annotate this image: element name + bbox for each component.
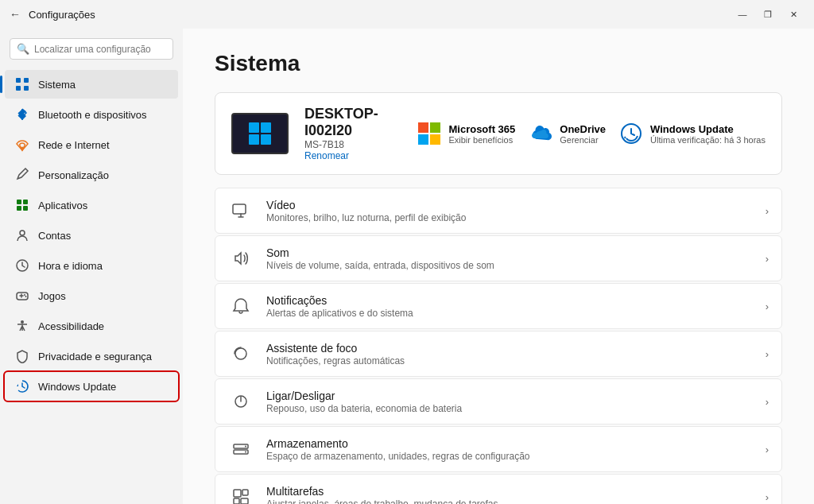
- svg-rect-5: [17, 200, 21, 204]
- maximize-button[interactable]: ❐: [757, 6, 779, 22]
- sidebar-label-windowsupdate: Windows Update: [38, 381, 116, 393]
- svg-rect-18: [430, 134, 440, 145]
- svg-point-9: [20, 231, 25, 235]
- win11-logo: [249, 122, 271, 145]
- svg-rect-3: [24, 86, 29, 91]
- armazenamento-chevron: ›: [766, 444, 769, 456]
- svg-rect-6: [23, 200, 28, 204]
- svg-rect-26: [234, 490, 241, 497]
- sidebar: 🔍 Sistema: [0, 29, 183, 504]
- close-button[interactable]: ✕: [782, 6, 804, 22]
- assistente-chevron: ›: [766, 348, 769, 360]
- settings-item-ligar[interactable]: Ligar/Desligar Repouso, uso da bateria, …: [215, 378, 782, 425]
- settings-list: Vídeo Monitores, brilho, luz noturna, pe…: [215, 188, 782, 504]
- microsoft365-text: Microsoft 365 Exibir benefícios: [448, 123, 515, 145]
- bluetooth-icon: [14, 107, 30, 122]
- svg-point-24: [245, 446, 246, 448]
- assistente-title: Assistente de foco: [266, 342, 753, 355]
- acessibilidade-icon: [14, 318, 30, 334]
- svg-rect-2: [16, 86, 21, 91]
- back-button[interactable]: ←: [10, 8, 21, 21]
- ligar-icon: [228, 389, 254, 414]
- rede-icon: [14, 137, 30, 153]
- rename-link[interactable]: Renomear: [304, 150, 401, 161]
- search-input[interactable]: [34, 44, 166, 55]
- sidebar-label-hora: Hora e idioma: [38, 260, 103, 272]
- search-icon: 🔍: [17, 43, 29, 55]
- notificacoes-chevron: ›: [766, 300, 769, 312]
- settings-item-notificacoes[interactable]: Notificações Alertas de aplicativos e do…: [215, 283, 782, 329]
- onedrive-text: OneDrive Gerenciar: [560, 123, 606, 145]
- device-info: DESKTOP-I002I20 MS-7B18 Renomear: [304, 106, 401, 161]
- svg-rect-1: [24, 78, 29, 83]
- svg-rect-29: [241, 498, 248, 504]
- quicklink-windowsupdate[interactable]: Windows Update Última verificação: há 3 …: [618, 121, 766, 146]
- sidebar-item-privacidade[interactable]: Privacidade e segurança: [5, 342, 178, 370]
- sidebar-item-windowsupdate[interactable]: Windows Update: [5, 372, 178, 401]
- sidebar-item-personalizacao[interactable]: Personalização: [5, 161, 178, 189]
- search-box[interactable]: 🔍: [10, 38, 173, 60]
- assistente-text: Assistente de foco Notificações, regras …: [266, 342, 753, 366]
- ligar-text: Ligar/Desligar Repouso, uso da bateria, …: [266, 390, 753, 414]
- settings-item-assistente[interactable]: Assistente de foco Notificações, regras …: [215, 331, 782, 377]
- quick-links: Microsoft 365 Exibir benefícios OneDrive: [417, 121, 766, 146]
- sidebar-item-aplicativos[interactable]: Aplicativos: [5, 191, 178, 219]
- personalizacao-icon: [14, 167, 30, 183]
- sidebar-label-personalizacao: Personalização: [38, 169, 109, 181]
- hora-icon: [14, 258, 30, 273]
- windowsupdate-text: Windows Update Última verificação: há 3 …: [650, 123, 766, 145]
- sidebar-item-jogos[interactable]: Jogos: [5, 281, 178, 310]
- sidebar-label-rede: Rede e Internet: [38, 139, 110, 151]
- windowsupdate-quicklink-icon: [618, 121, 644, 146]
- minimize-button[interactable]: —: [731, 6, 754, 22]
- quicklink-onedrive[interactable]: OneDrive Gerenciar: [528, 121, 606, 146]
- video-chevron: ›: [766, 205, 769, 217]
- microsoft365-sublabel: Exibir benefícios: [448, 135, 515, 145]
- device-name: DESKTOP-I002I20: [304, 106, 401, 139]
- privacidade-icon: [14, 348, 30, 364]
- aplicativos-icon: [14, 197, 30, 213]
- svg-rect-28: [234, 498, 239, 504]
- svg-rect-27: [242, 490, 248, 495]
- notificacoes-subtitle: Alertas de aplicativos e do sistema: [266, 308, 753, 319]
- multitarefas-chevron: ›: [766, 491, 769, 503]
- quicklink-microsoft365[interactable]: Microsoft 365 Exibir benefícios: [417, 121, 515, 146]
- ligar-chevron: ›: [766, 396, 769, 408]
- app-title: Configurações: [29, 9, 95, 21]
- device-model: MS-7B18: [304, 139, 401, 150]
- svg-point-12: [24, 294, 25, 296]
- som-chevron: ›: [766, 253, 769, 265]
- svg-point-4: [21, 147, 24, 149]
- svg-point-25: [245, 452, 246, 453]
- svg-rect-0: [16, 78, 21, 83]
- sistema-icon: [14, 76, 30, 92]
- page-title: Sistema: [215, 51, 782, 76]
- ligar-subtitle: Repouso, uso da bateria, economia de bat…: [266, 403, 753, 414]
- main-content: Sistema DESKTOP-I002I20 MS-7B18 Renomear: [183, 29, 814, 504]
- video-text: Vídeo Monitores, brilho, luz noturna, pe…: [266, 199, 753, 223]
- armazenamento-title: Armazenamento: [266, 437, 753, 450]
- som-text: Som Níveis de volume, saída, entrada, di…: [266, 246, 753, 271]
- svg-point-13: [25, 296, 27, 297]
- armazenamento-text: Armazenamento Espaço de armazenamento, u…: [266, 437, 753, 462]
- sidebar-item-acessibilidade[interactable]: Acessibilidade: [5, 312, 178, 340]
- sidebar-label-privacidade: Privacidade e segurança: [38, 351, 152, 362]
- sidebar-item-sistema[interactable]: Sistema: [5, 70, 178, 99]
- contas-icon: [14, 227, 30, 243]
- sidebar-label-acessibilidade: Acessibilidade: [38, 320, 104, 332]
- sidebar-item-rede[interactable]: Rede e Internet: [5, 130, 178, 159]
- svg-point-14: [21, 320, 24, 324]
- svg-rect-15: [418, 122, 428, 133]
- settings-item-armazenamento[interactable]: Armazenamento Espaço de armazenamento, u…: [215, 426, 782, 472]
- sidebar-item-hora[interactable]: Hora e idioma: [5, 251, 178, 280]
- settings-item-som[interactable]: Som Níveis de volume, saída, entrada, di…: [215, 235, 782, 281]
- settings-item-video[interactable]: Vídeo Monitores, brilho, luz noturna, pe…: [215, 188, 782, 234]
- device-card: DESKTOP-I002I20 MS-7B18 Renomear: [215, 92, 782, 175]
- sidebar-item-bluetooth[interactable]: Bluetooth e dispositivos: [5, 100, 178, 129]
- notificacoes-text: Notificações Alertas de aplicativos e do…: [266, 294, 753, 319]
- sidebar-item-contas[interactable]: Contas: [5, 221, 178, 250]
- title-bar: ← Configurações — ❐ ✕: [0, 0, 814, 29]
- svg-rect-16: [430, 122, 440, 133]
- video-icon: [228, 198, 254, 223]
- settings-item-multitarefas[interactable]: Multitarefas Ajustar janelas, áreas de t…: [215, 474, 782, 504]
